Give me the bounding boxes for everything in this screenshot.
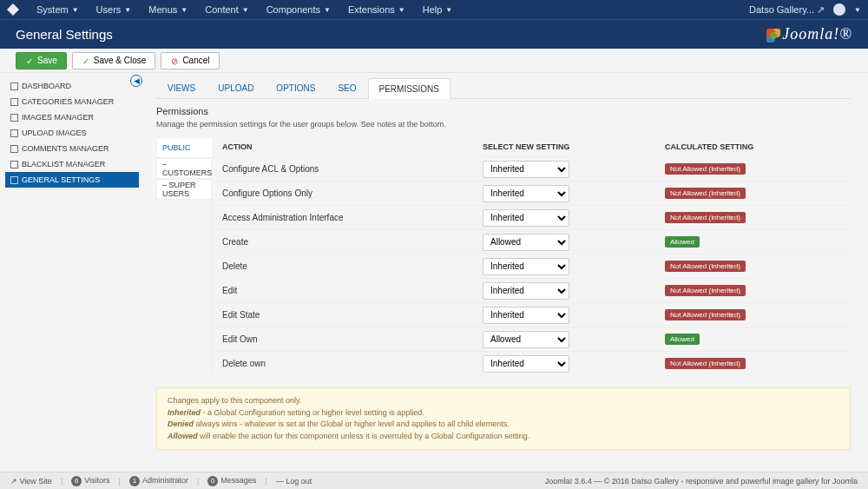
permission-row: DeleteInheritedNot Allowed (Inherited) xyxy=(212,254,851,278)
permission-row: Access Administration InterfaceInherited… xyxy=(212,205,851,229)
external-icon: ↗ xyxy=(817,4,825,15)
page-header: General Settings Joomla!® xyxy=(0,19,868,49)
sidebar-item-general-settings[interactable]: GENERAL SETTINGS xyxy=(5,172,139,188)
cancel-icon xyxy=(170,56,179,65)
menu-components[interactable]: Components▼ xyxy=(258,0,339,19)
setting-select[interactable]: Inherited xyxy=(483,355,569,373)
menu-extensions[interactable]: Extensions▼ xyxy=(339,0,414,19)
top-menus: System▼Users▼Menus▼Content▼Components▼Ex… xyxy=(28,0,461,19)
note-line: Inherited - a Global Configuration setti… xyxy=(168,407,839,420)
sidebar-item-categories-manager[interactable]: CATEGORIES MANAGER xyxy=(5,94,139,109)
setting-select[interactable]: Inherited xyxy=(483,209,569,227)
permission-row: Delete ownInheritedNot Allowed (Inherite… xyxy=(212,351,851,375)
menu-help[interactable]: Help▼ xyxy=(414,0,462,19)
tab-options[interactable]: OPTIONS xyxy=(265,77,326,98)
setting-select[interactable]: Allowed xyxy=(483,234,569,251)
caret-down-icon: ▼ xyxy=(72,6,79,14)
setting-select[interactable]: Inherited xyxy=(483,258,569,275)
calculated-badge: Not Allowed (Inherited) xyxy=(665,212,746,223)
top-menu-bar: System▼Users▼Menus▼Content▼Components▼Ex… xyxy=(0,0,868,19)
note-line: Changes apply to this component only. xyxy=(168,395,839,407)
note-line: Allowed will enable the action for this … xyxy=(168,431,839,443)
sidebar-collapse-icon[interactable]: ◀ xyxy=(130,75,142,87)
admin-count[interactable]: 1Administrator xyxy=(129,476,188,486)
group-public[interactable]: PUBLIC xyxy=(156,137,212,158)
tab-seo[interactable]: SEO xyxy=(326,77,367,98)
sidebar-item-dashboard[interactable]: DASHBOARD xyxy=(5,78,139,94)
sidebar-item-comments-manager[interactable]: COMMENTS MANAGER xyxy=(5,141,139,156)
sidebar-item-images-manager[interactable]: IMAGES MANAGER xyxy=(5,109,139,125)
col-setting-header: SELECT NEW SETTING xyxy=(483,142,665,151)
tab-views[interactable]: VIEWS xyxy=(156,77,207,98)
site-link[interactable]: Datso Gallery... ↗ xyxy=(749,4,825,16)
action-label: Edit xyxy=(222,286,483,295)
caret-down-icon: ▼ xyxy=(242,6,249,14)
sidebar-item-upload-images[interactable]: UPLOAD IMAGES xyxy=(5,125,139,141)
setting-select[interactable]: Allowed xyxy=(483,331,569,348)
view-site-link[interactable]: ↗ View Site xyxy=(10,477,52,486)
notes-box: Changes apply to this component only. In… xyxy=(156,387,851,450)
tab-upload[interactable]: UPLOAD xyxy=(207,77,265,98)
permission-row: Edit OwnAllowedAllowed xyxy=(212,327,851,351)
action-label: Edit Own xyxy=(222,334,483,344)
action-label: Configure Options Only xyxy=(222,188,483,198)
module-icon xyxy=(10,114,18,122)
joomla-icon[interactable] xyxy=(7,3,19,16)
calculated-badge: Not Allowed (Inherited) xyxy=(665,188,746,199)
setting-select[interactable]: Inherited xyxy=(483,185,569,202)
setting-select[interactable]: Inherited xyxy=(483,282,569,300)
permission-row: Edit StateInheritedNot Allowed (Inherite… xyxy=(212,302,851,327)
action-label: Configure ACL & Options xyxy=(222,164,483,174)
caret-down-icon: ▼ xyxy=(181,6,187,14)
setting-select[interactable]: Inherited xyxy=(483,307,569,324)
calculated-badge: Not Allowed (Inherited) xyxy=(665,163,746,175)
sidebar-item-blacklist-manager[interactable]: BLACKLIST MANAGER xyxy=(5,156,139,172)
calculated-badge: Not Allowed (Inherited) xyxy=(665,358,746,369)
visitors-count[interactable]: 6Visitors xyxy=(71,476,109,486)
save-button[interactable]: Save xyxy=(16,52,67,69)
module-icon xyxy=(10,145,18,153)
footer-credits: Joomla! 3.6.4 — © 2016 Datso Gallery - r… xyxy=(545,477,858,486)
module-icon xyxy=(10,83,18,90)
calculated-badge: Allowed xyxy=(665,236,700,248)
tab-permissions[interactable]: PERMISSIONS xyxy=(368,78,450,99)
main-content: VIEWSUPLOADOPTIONSSEOPERMISSIONS Permiss… xyxy=(139,73,868,472)
messages-count[interactable]: 0Messages xyxy=(207,476,256,486)
action-label: Delete xyxy=(222,261,483,271)
check-icon xyxy=(82,56,90,65)
check-icon xyxy=(25,56,34,65)
permission-row: EditInheritedNot Allowed (Inherited) xyxy=(212,278,851,302)
user-icon[interactable] xyxy=(833,3,845,16)
module-icon xyxy=(10,176,18,184)
action-label: Edit State xyxy=(222,310,483,320)
menu-menus[interactable]: Menus▼ xyxy=(140,0,196,19)
settings-tabs: VIEWSUPLOADOPTIONSSEOPERMISSIONS xyxy=(156,77,851,99)
group-customers[interactable]: – CUSTOMERS xyxy=(156,158,211,179)
section-title: Permissions xyxy=(156,106,851,116)
joomla-logo-icon xyxy=(766,29,780,43)
action-label: Create xyxy=(222,237,483,247)
permission-row: Configure ACL & OptionsInheritedNot Allo… xyxy=(212,156,851,181)
menu-system[interactable]: System▼ xyxy=(28,0,88,19)
permissions-table: ACTION SELECT NEW SETTING CALCULATED SET… xyxy=(212,137,851,375)
cancel-button[interactable]: Cancel xyxy=(161,52,219,69)
logout-link[interactable]: — Log out xyxy=(276,477,312,486)
menu-content[interactable]: Content▼ xyxy=(196,0,257,19)
save-close-button[interactable]: Save & Close xyxy=(72,52,156,69)
module-icon xyxy=(10,161,18,169)
page-title: General Settings xyxy=(16,27,113,42)
user-dropdown-caret[interactable]: ▼ xyxy=(854,6,861,14)
caret-down-icon: ▼ xyxy=(398,6,405,14)
module-icon xyxy=(10,98,18,106)
action-toolbar: Save Save & Close Cancel xyxy=(0,49,868,73)
action-label: Access Administration Interface xyxy=(222,213,483,222)
permissions-section: Permissions Manage the permission settin… xyxy=(156,106,851,450)
group-superusers[interactable]: – SUPER USERS xyxy=(156,179,211,200)
module-icon xyxy=(10,129,18,137)
col-calc-header: CALCULATED SETTING xyxy=(665,142,840,151)
setting-select[interactable]: Inherited xyxy=(483,161,569,178)
calculated-badge: Not Allowed (Inherited) xyxy=(665,261,746,272)
joomla-logo: Joomla!® xyxy=(766,25,852,43)
menu-users[interactable]: Users▼ xyxy=(88,0,141,19)
calculated-badge: Not Allowed (Inherited) xyxy=(665,309,746,320)
